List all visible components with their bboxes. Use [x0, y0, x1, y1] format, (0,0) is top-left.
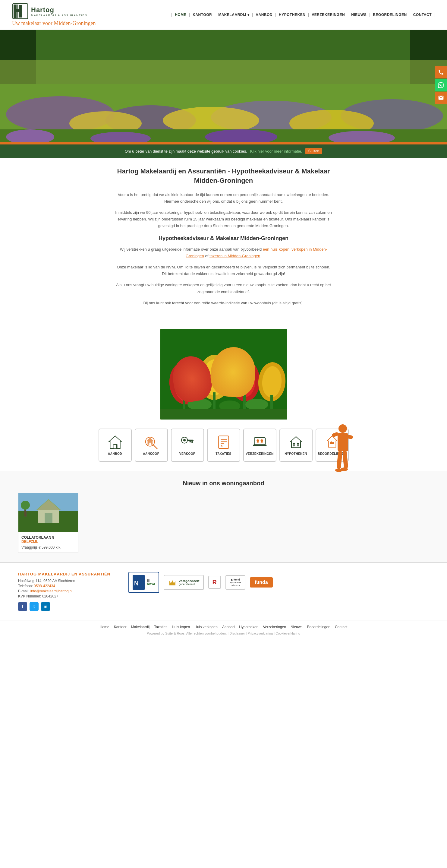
footer-link-hypotheken[interactable]: Hypotheken	[239, 625, 258, 629]
svg-point-60	[256, 439, 259, 442]
svg-text:N: N	[134, 580, 138, 587]
footer-email: E-mail: info@makelaardijhartog.nl	[18, 589, 110, 593]
svg-rect-50	[187, 440, 193, 441]
vastgoedcert-badge: vastgoedcert gecertificeerd	[164, 575, 203, 590]
svg-point-63	[293, 443, 295, 445]
service-hypotheken[interactable]: HYPOTHEKEN	[279, 429, 313, 462]
footer-bottom: Home Kantoor Makelaardij Taxaties Huis k…	[0, 620, 447, 640]
footer-phone-link[interactable]: 0598-422434	[34, 584, 55, 588]
footer-email-link[interactable]: info@makelaardijhartog.nl	[30, 589, 73, 593]
float-phone-button[interactable]	[435, 66, 447, 79]
listing-card[interactable]: COLLATORLAAN 8 DELFZIJL Vraagprijs € 599…	[18, 493, 78, 553]
service-verzekeringen[interactable]: VERZEKERINGEN	[243, 429, 277, 462]
link-huis-kopen[interactable]: een huis kopen	[263, 247, 289, 251]
footer-link-huis-verkopen[interactable]: Huis verkopen	[194, 625, 218, 629]
nav-aanbod[interactable]: AANBOD	[253, 13, 276, 17]
intro-paragraph: Voor u is het prettig dat we als klein k…	[115, 191, 332, 205]
nav-home[interactable]: HOME	[171, 13, 190, 17]
key-icon	[180, 435, 195, 450]
footer-link-verzekeringen[interactable]: Verzekeringen	[263, 625, 286, 629]
footer-copyright: Powered by Suite & Roos. Alle rechten vo…	[18, 631, 429, 635]
svg-rect-76	[343, 450, 348, 468]
footer-phone: Telefoon: 0598-422434	[18, 584, 110, 588]
svg-point-61	[260, 439, 263, 442]
new-listings-section: Nieuw in ons woningaanbod	[0, 471, 447, 562]
footer-link-home[interactable]: Home	[100, 625, 109, 629]
body-paragraph-4: Als u ons vraagt uw huidige woning te ve…	[115, 282, 332, 295]
svg-line-46	[153, 445, 157, 449]
svg-point-31	[201, 359, 227, 396]
body-paragraph-2: Wij verstrekken u graag uitgebreide info…	[115, 246, 332, 259]
new-listings-title: Nieuw in ons woningaanbod	[12, 480, 435, 487]
nvm-logo-icon: N	[133, 575, 145, 590]
nav-makelaardij[interactable]: MAKELAARDIJ ▾	[215, 13, 253, 17]
tulip-svg	[160, 329, 287, 420]
listings-grid: COLLATORLAAN 8 DELFZIJL Vraagprijs € 599…	[12, 493, 435, 553]
nvm-badge: N ||| NWWI	[128, 572, 159, 593]
float-contact-buttons	[435, 66, 447, 104]
page-title: Hartog Makelaardij en Assurantiën - Hypo…	[115, 167, 332, 185]
listing-price: Vraagprijs € 599.000 k.k.	[22, 545, 75, 550]
listing-info: COLLATORLAAN 8 DELFZIJL Vraagprijs € 599…	[19, 532, 78, 553]
svg-point-71	[339, 424, 347, 433]
service-taxaties[interactable]: € TAXATIES	[207, 429, 240, 462]
svg-point-92	[21, 501, 30, 510]
cookie-close-button[interactable]: Sluiten	[305, 148, 322, 154]
body-paragraph-5: Bij ons kunt ook terecht voor een reële …	[115, 300, 332, 306]
service-aankoop[interactable]: AANKOOP	[135, 429, 168, 462]
listing-city: DELFZIJL	[22, 539, 75, 544]
footer-kvk-label: KVK Nummer	[18, 594, 40, 598]
footer-top: HARTOG MAKELAARDIJ EN ASSURANTIËN Hoofdw…	[0, 562, 447, 620]
float-email-button[interactable]	[435, 92, 447, 104]
footer-link-taxaties[interactable]: Taxaties	[154, 625, 167, 629]
service-hypotheken-label: HYPOTHEKEN	[285, 452, 307, 456]
nav-kantoor[interactable]: KANTOOR	[190, 13, 215, 17]
svg-text:H: H	[13, 4, 21, 16]
linkedin-icon[interactable]: in	[41, 602, 50, 611]
footer-email-label: E-mail	[18, 589, 28, 593]
hero-orange-bar	[0, 142, 447, 145]
nav-contact[interactable]: CONTACT	[410, 13, 435, 17]
footer-link-nieuws[interactable]: Nieuws	[291, 625, 302, 629]
svg-point-41	[245, 399, 268, 410]
svg-rect-52	[189, 441, 191, 442]
svg-rect-51	[191, 441, 193, 443]
svg-rect-75	[337, 451, 342, 469]
tulip-image-area	[0, 329, 447, 420]
nav-hypotheken[interactable]: HYPOTHEKEN	[276, 13, 309, 17]
footer-link-aanbod[interactable]: Aanbod	[222, 625, 234, 629]
footer-link-beoordelingen[interactable]: Beoordelingen	[307, 625, 330, 629]
service-verkoop-label: VERKOOP	[179, 452, 196, 456]
footer-link-makelaardij[interactable]: Makelaardij	[131, 625, 150, 629]
float-whatsapp-button[interactable]	[435, 79, 447, 91]
nav-verzekeringen[interactable]: VERZEKERINGEN	[309, 13, 348, 17]
svg-rect-59	[253, 445, 266, 446]
header: H Hartog MAKELAARDIJ & ASSURANTIËN Uw ma…	[0, 0, 447, 30]
vastgoedcert-text: vastgoedcert gecertificeerd	[179, 579, 199, 586]
svg-rect-89	[44, 513, 53, 523]
svg-marker-62	[290, 437, 301, 448]
mascot-silhouette	[326, 423, 353, 483]
footer-company-name: HARTOG MAKELAARDIJ EN ASSURANTIËN	[18, 572, 110, 576]
logo-text: Hartog MAKELAARDIJ & ASSURANTIËN	[31, 6, 87, 17]
twitter-icon[interactable]: t	[30, 602, 39, 611]
logo-subtitle: MAKELAARDIJ & ASSURANTIËN	[31, 14, 87, 17]
cookie-info-link[interactable]: Klik hier voor meer informatie.	[250, 149, 302, 154]
facebook-icon[interactable]: f	[18, 602, 27, 611]
tulip-image	[160, 329, 287, 420]
footer-company: HARTOG MAKELAARDIJ EN ASSURANTIËN Hoofdw…	[18, 572, 110, 611]
nav-beoordelingen[interactable]: BEOORDELINGEN	[370, 13, 410, 17]
service-icons: AANBOD AANKOOP VERKOOP	[88, 429, 359, 462]
link-taxeren[interactable]: taxeren in Midden-Groningen	[210, 254, 260, 258]
footer-phone-label: Telefoon	[18, 584, 32, 588]
footer-link-huis-kopen[interactable]: Huis kopen	[172, 625, 190, 629]
footer-link-contact[interactable]: Contact	[335, 625, 347, 629]
logo-tagline: Uw makelaar voor Midden-Groningen	[12, 20, 96, 27]
service-aanbod[interactable]: AANBOD	[99, 429, 132, 462]
listing-image	[19, 493, 78, 532]
footer-link-kantoor[interactable]: Kantoor	[114, 625, 127, 629]
service-verkoop[interactable]: VERKOOP	[171, 429, 204, 462]
crown-icon	[168, 578, 177, 587]
body-paragraph-3: Onze makelaar is lid van de NVM. Om lid …	[115, 264, 332, 277]
nav-nieuws[interactable]: NIEUWS	[348, 13, 370, 17]
